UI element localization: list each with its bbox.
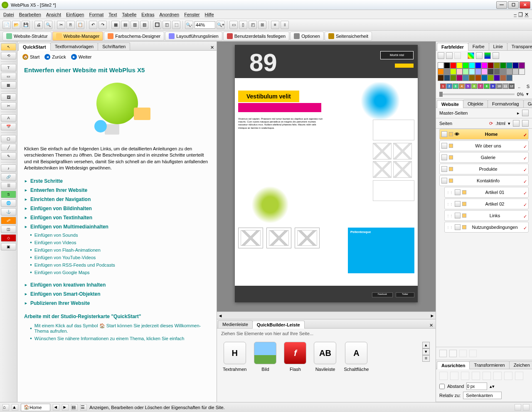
- frame-tool[interactable]: ▭: [1, 73, 16, 80]
- qs-sublink[interactable]: Einfügen von Videos: [24, 239, 210, 246]
- table-tool[interactable]: ▦: [1, 81, 16, 89]
- website-tab-2[interactable]: Formatvorlag: [488, 100, 524, 108]
- color-swatch[interactable]: [444, 62, 450, 69]
- menu-datei[interactable]: Datei: [3, 12, 14, 17]
- wp-tool-1[interactable]: [439, 350, 447, 357]
- color-swatch[interactable]: [463, 75, 469, 81]
- copy-button[interactable]: ⎘: [66, 21, 75, 29]
- sb-list-icon[interactable]: ☰: [80, 404, 87, 411]
- expand-icon[interactable]: ▸: [517, 110, 520, 116]
- color-swatch[interactable]: [494, 75, 500, 81]
- align-center-h-icon[interactable]: [450, 372, 458, 380]
- sb-next-icon[interactable]: ►: [62, 404, 69, 411]
- line-tool[interactable]: ╱: [1, 144, 16, 151]
- align-center-v-icon[interactable]: [483, 372, 491, 380]
- refresh-icon[interactable]: ⟳: [489, 121, 493, 126]
- qs-sublink[interactable]: Einfügen von Google Maps: [24, 269, 210, 276]
- color-swatch[interactable]: [488, 62, 494, 69]
- horizontal-scrollbar[interactable]: ◄►: [217, 311, 436, 319]
- rect-tool[interactable]: ▢: [1, 135, 16, 142]
- media-tool[interactable]: ♪: [1, 164, 16, 172]
- menu-format[interactable]: Format: [89, 12, 103, 17]
- view-c[interactable]: ◰: [249, 21, 257, 29]
- swatch-tab-1[interactable]: Farbe: [468, 42, 489, 50]
- qb-item-textrahmen[interactable]: HTextrahmen: [223, 342, 246, 372]
- link-tool[interactable]: 🔗: [1, 173, 16, 181]
- sb-prop-icon[interactable]: ▤: [71, 404, 78, 411]
- qb-tab-1[interactable]: QuickBuilder-Leiste: [252, 321, 305, 329]
- sb-home-icon[interactable]: ⌂: [2, 404, 9, 411]
- page-item[interactable]: ⋮⋮Artikel 02✓: [444, 199, 529, 209]
- align-tab-2[interactable]: Zeichen: [509, 361, 532, 369]
- swatch-tab-0[interactable]: Farbfelder: [437, 43, 468, 51]
- tabbar-website-struktur[interactable]: Website-Struktur: [2, 32, 52, 41]
- color-swatch[interactable]: [494, 62, 500, 69]
- pointer-tool[interactable]: ↖: [1, 43, 16, 51]
- save-button[interactable]: 💾: [22, 21, 30, 29]
- swatch-grid-icon[interactable]: [476, 52, 483, 59]
- swatch-options-icon[interactable]: [493, 52, 499, 59]
- align-tab-0[interactable]: Ausrichten: [437, 361, 470, 369]
- menu-bearbeiten[interactable]: Bearbeiten: [19, 12, 41, 17]
- tool-d[interactable]: ▧: [140, 21, 148, 29]
- wp-tool-4[interactable]: [469, 350, 477, 357]
- menu-ansicht[interactable]: Ansicht: [46, 12, 61, 17]
- text-picker-icon[interactable]: [454, 52, 461, 59]
- view-a[interactable]: ▭: [229, 21, 238, 29]
- color-swatch[interactable]: [469, 62, 475, 69]
- align-right-icon[interactable]: [461, 372, 469, 380]
- scheme-color-2[interactable]: 2: [446, 83, 452, 89]
- anchor-tool[interactable]: ⚓: [1, 208, 16, 216]
- color-swatch[interactable]: [475, 69, 481, 75]
- color-swatch[interactable]: [506, 69, 512, 75]
- relative-combo[interactable]: Seitenkanten: [463, 392, 501, 399]
- qb-tab-0[interactable]: Medienleiste: [218, 320, 253, 328]
- crop-tool[interactable]: ✂: [1, 102, 16, 110]
- qb-item-flash[interactable]: fFlash: [284, 342, 306, 372]
- color-swatch[interactable]: [450, 75, 456, 81]
- palette-icon[interactable]: [468, 52, 474, 59]
- page-preview[interactable]: 89 Morbi nisl Vestibulum velit Vivamus v…: [235, 45, 418, 302]
- sb-prev-icon[interactable]: ◄: [53, 404, 59, 411]
- spacing-input[interactable]: [466, 383, 487, 390]
- page-item[interactable]: Kontaktinfo✓: [439, 175, 529, 186]
- tool-b[interactable]: ▤: [121, 21, 129, 29]
- doc-close[interactable]: ✕: [525, 12, 529, 17]
- redo-button[interactable]: ↷: [99, 21, 107, 29]
- swatch-tab-3[interactable]: Transparenz: [507, 42, 532, 50]
- qs-link[interactable]: Einfügen von Multimediainhalten: [24, 222, 210, 231]
- color-swatch[interactable]: [481, 75, 488, 81]
- page-item[interactable]: Wir über uns✓: [439, 140, 529, 151]
- menu-extras[interactable]: Extras: [141, 12, 154, 17]
- scheme-color-5[interactable]: 5: [465, 83, 471, 89]
- color-swatch[interactable]: [488, 69, 494, 75]
- canvas[interactable]: 89 Morbi nisl Vestibulum velit Vivamus v…: [217, 42, 436, 311]
- nav-tool[interactable]: ☰: [1, 182, 16, 189]
- align-left-icon[interactable]: [439, 372, 448, 380]
- color-swatch[interactable]: [469, 75, 475, 81]
- scheme-color-4[interactable]: 4: [459, 83, 465, 89]
- qs-tab-1[interactable]: Textformatvorlagen: [50, 42, 99, 50]
- page-item[interactable]: ⋮⋮Artikel 01✓: [444, 187, 529, 198]
- qs-start-button[interactable]: 🏠Start: [22, 54, 39, 60]
- align-tab-1[interactable]: Transformieren: [469, 361, 509, 369]
- page-props-icon[interactable]: [522, 120, 529, 127]
- tool-f[interactable]: ◫: [163, 21, 171, 29]
- color-swatch[interactable]: [506, 62, 512, 69]
- website-tab-0[interactable]: Website: [437, 100, 463, 108]
- page-item[interactable]: 👁Home✓: [439, 129, 529, 140]
- hotspot-tool[interactable]: ◇: [1, 234, 16, 242]
- qs-back-button[interactable]: ◄Zurück: [44, 54, 66, 60]
- scheme-color-8[interactable]: 8: [484, 83, 490, 89]
- color-swatch[interactable]: [481, 69, 488, 75]
- spacing-checkbox[interactable]: [439, 384, 445, 389]
- color-swatch[interactable]: [519, 69, 525, 75]
- qb-scroll-handle[interactable]: ≡: [422, 355, 430, 362]
- fill-picker-icon[interactable]: [438, 52, 444, 59]
- cut-button[interactable]: ✂: [57, 21, 65, 29]
- print-button[interactable]: 🖨: [34, 21, 43, 29]
- tool-c[interactable]: ▥: [131, 21, 139, 29]
- color-swatch[interactable]: [512, 62, 519, 69]
- tabbar-seitensicherheit[interactable]: Seitensicherheit: [325, 32, 372, 41]
- open-button[interactable]: 📂: [12, 21, 20, 29]
